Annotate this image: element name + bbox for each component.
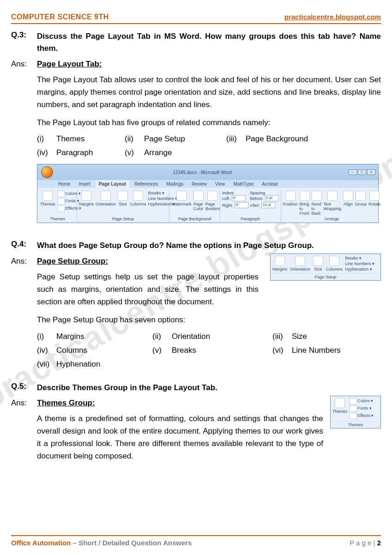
- q4-o2t: Orientation: [172, 332, 210, 341]
- mini-hyphenation-dropdown[interactable]: Hyphenation ▾: [345, 267, 375, 271]
- qa-q5: Q.5: Describe Themes Group in the Page L…: [11, 382, 381, 463]
- themes-button[interactable]: Themes: [40, 191, 55, 206]
- tab-view[interactable]: View: [212, 180, 229, 188]
- indent-right-label: Right:: [222, 203, 233, 208]
- tab-insert[interactable]: Insert: [76, 180, 94, 188]
- footer-page-label: P a g e |: [350, 539, 377, 547]
- footer-subtitle: Short / Detailed Question Answers: [78, 539, 192, 547]
- watermark-button[interactable]: Watermark: [171, 191, 192, 206]
- mini-themes-icon: [335, 398, 345, 408]
- mini-margins-button[interactable]: Margins: [272, 256, 287, 271]
- minimize-button[interactable]: –: [349, 169, 357, 175]
- header-subject: COMPUTER SCIENCE 9TH: [11, 13, 109, 21]
- indent-label: Indent: [222, 191, 248, 195]
- q4-o4t: Columns: [56, 346, 87, 355]
- tab-page-layout[interactable]: Page Layout: [96, 180, 129, 188]
- tab-mailings[interactable]: Mailings: [163, 180, 187, 188]
- q4-o2n: (ii): [152, 332, 172, 341]
- header-link[interactable]: practicalcentre.blogspot.com: [284, 13, 381, 21]
- mini-breaks-dropdown[interactable]: Breaks ▾: [345, 256, 375, 260]
- tab-mathtype[interactable]: MathType: [230, 180, 257, 188]
- q4-o5t: Breaks: [172, 346, 196, 355]
- group-page-background: Watermark Page Color Page Borders Page B…: [169, 190, 220, 223]
- margins-icon: [81, 191, 91, 201]
- bring-front-icon: [300, 191, 310, 201]
- q5-label: Q.5:: [11, 382, 37, 394]
- page-color-icon: [193, 191, 204, 201]
- maximize-button[interactable]: □: [358, 169, 366, 175]
- page-bg-group-label: Page Background: [171, 216, 218, 222]
- page-borders-button[interactable]: Page Borders: [205, 191, 220, 211]
- text-wrap-icon: [327, 191, 338, 201]
- q3-g1n: (i): [37, 134, 56, 144]
- indent-right-input[interactable]: 0": [235, 202, 248, 208]
- group-themes: Themes Colors ▾ Fonts ▾ Effects ▾ Themes: [38, 190, 77, 223]
- mini-columns-button[interactable]: Columns: [326, 256, 343, 271]
- q4-o3n: (iii): [272, 332, 292, 341]
- q3-g4n: (iv): [37, 148, 56, 157]
- footer-topic: Office Automation: [11, 539, 71, 547]
- bring-front-button[interactable]: Bring to Front: [300, 191, 310, 216]
- spacing-before-label: Before:: [250, 196, 264, 201]
- page-color-button[interactable]: Page Color: [193, 191, 204, 211]
- fonts-icon: [57, 198, 65, 205]
- q3-g5t: Arrange: [144, 148, 172, 157]
- q3-para2: The Page Layout tab has five groups of r…: [37, 116, 381, 129]
- rotate-button[interactable]: Rotate: [368, 191, 381, 206]
- ribbon-body: Themes Colors ▾ Fonts ▾ Effects ▾ Themes…: [37, 188, 378, 223]
- q5-ans-label: Ans:: [11, 398, 37, 408]
- spacing-before-input[interactable]: 0 pt: [265, 195, 279, 201]
- columns-button[interactable]: Columns: [130, 191, 146, 206]
- size-button[interactable]: Size: [118, 191, 128, 206]
- rotate-icon: [369, 191, 380, 201]
- group-button[interactable]: Group: [355, 191, 367, 206]
- q3-label: Q.3:: [11, 30, 37, 55]
- q3-heading: Page Layout Tab:: [37, 60, 102, 69]
- mini-fonts-dropdown[interactable]: Fonts ▾: [350, 405, 374, 412]
- paragraph-group-label: Paragraph: [222, 216, 279, 222]
- footer-left: Office Automation – Short / Detailed Que…: [11, 539, 192, 547]
- mini-themes-button[interactable]: Themes: [332, 398, 348, 414]
- margins-button[interactable]: Margins: [79, 191, 94, 206]
- mini-effects-dropdown[interactable]: Effects ▾: [350, 413, 374, 419]
- tab-review[interactable]: Review: [188, 180, 210, 188]
- text-wrapping-button[interactable]: Text Wrapping: [324, 191, 341, 211]
- q4-o5n: (v): [152, 346, 172, 355]
- q3-g4t: Paragraph: [56, 148, 93, 157]
- mini-orientation-button[interactable]: Orientation: [290, 256, 310, 271]
- columns-icon: [133, 191, 143, 201]
- page-borders-icon: [207, 191, 217, 201]
- orientation-button[interactable]: Orientation: [96, 191, 116, 206]
- colors-icon: [57, 191, 65, 197]
- q3-g3n: (iii): [226, 134, 246, 144]
- spacing-after-input[interactable]: 10 pt: [261, 202, 275, 208]
- align-button[interactable]: Align: [343, 191, 353, 206]
- q3-ans-label: Ans:: [11, 60, 37, 69]
- send-back-button[interactable]: Send to Back: [312, 191, 322, 216]
- send-back-icon: [312, 191, 322, 201]
- tab-references[interactable]: References: [131, 180, 161, 188]
- tab-acrobat[interactable]: Acrobat: [259, 180, 281, 188]
- mini-line-numbers-dropdown[interactable]: Line Numbers ▾: [345, 261, 375, 266]
- q5-question: Describe Themes Group in the Page Layout…: [37, 382, 381, 394]
- orientation-icon: [101, 191, 111, 201]
- ribbon-tabs: Home Insert Page Layout References Maili…: [37, 180, 378, 188]
- q3-group-list: (i)Themes (ii)Page Setup (iii)Page Backg…: [37, 134, 381, 157]
- group-paragraph: Indent Left:0" Right:0" Spacing Before:0…: [220, 190, 281, 223]
- q4-o7t: Hyphenation: [56, 360, 100, 369]
- mini-size-button[interactable]: Size: [313, 256, 323, 271]
- q4-o3t: Size: [292, 332, 307, 341]
- spacing-label: Spacing: [250, 191, 279, 195]
- position-icon: [285, 191, 296, 201]
- q3-g1t: Themes: [56, 134, 84, 144]
- position-button[interactable]: Position: [283, 191, 298, 206]
- office-button[interactable]: [41, 166, 53, 178]
- mini-fonts-icon: [350, 405, 357, 412]
- spacing-after-label: After:: [250, 203, 260, 208]
- mini-colors-dropdown[interactable]: Colors ▾: [350, 398, 374, 404]
- close-button[interactable]: ×: [367, 169, 375, 175]
- page-setup-mini-ribbon: Margins Orientation Size Columns Breaks …: [270, 253, 381, 281]
- indent-left-input[interactable]: 0": [232, 195, 246, 201]
- q4-o4n: (iv): [37, 346, 56, 355]
- tab-home[interactable]: Home: [55, 180, 74, 188]
